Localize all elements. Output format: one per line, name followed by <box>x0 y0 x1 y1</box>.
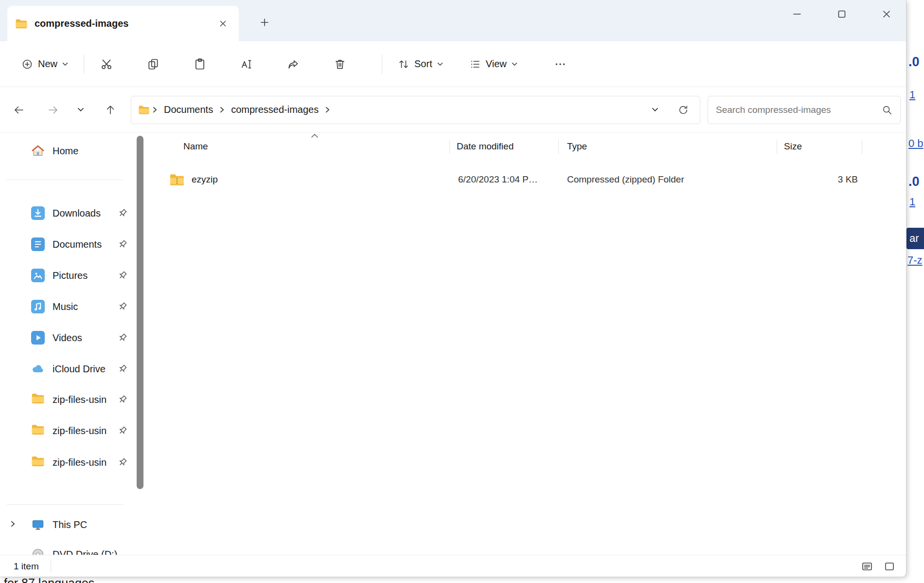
sidebar-item-label: iCloud Drive <box>53 364 106 375</box>
details-view-button[interactable] <box>858 558 876 575</box>
back-button[interactable] <box>8 99 30 121</box>
status-bar: 1 item <box>0 555 906 577</box>
breadcrumb[interactable]: Documents compressed-images <box>131 96 700 124</box>
search-box <box>708 96 901 124</box>
cut-button[interactable] <box>93 51 120 78</box>
column-divider[interactable] <box>449 140 450 154</box>
downloads-icon <box>31 206 45 220</box>
share-button[interactable] <box>280 51 307 78</box>
content-area: Home Downloads Documents <box>0 133 906 555</box>
arrow-right-icon <box>47 104 59 116</box>
bg-fragment-link[interactable]: 7-z <box>907 254 923 267</box>
tab-close-button[interactable] <box>214 16 231 32</box>
folder-icon <box>138 105 150 115</box>
refresh-icon <box>678 105 689 115</box>
plus-circle-icon <box>21 58 33 70</box>
bg-fragment-link[interactable]: 0 b <box>908 137 924 150</box>
tab-title: compressed-images <box>35 18 214 29</box>
column-header-type[interactable]: Type <box>567 133 587 160</box>
videos-icon <box>31 331 45 345</box>
sidebar-item-label: Home <box>53 146 78 157</box>
documents-icon <box>31 237 45 251</box>
arrow-left-icon <box>13 104 25 116</box>
sidebar-item-zip-files-1[interactable]: zip-files-usin <box>2 384 134 415</box>
share-icon <box>287 58 300 71</box>
column-divider[interactable] <box>558 140 559 154</box>
sidebar-item-music[interactable]: Music <box>2 291 134 322</box>
new-button[interactable]: New <box>15 51 75 78</box>
sidebar-item-videos[interactable]: Videos <box>2 322 134 353</box>
delete-button[interactable] <box>326 51 354 78</box>
new-button-label: New <box>38 58 57 70</box>
new-tab-button[interactable] <box>255 13 274 32</box>
sidebar-item-label: Pictures <box>53 270 88 281</box>
bg-fragment-button[interactable]: ar <box>906 228 924 249</box>
sidebar-item-label: This PC <box>53 519 87 530</box>
minimize-button[interactable] <box>782 0 813 28</box>
sidebar-divider <box>7 504 124 505</box>
sidebar-item-zip-files-2[interactable]: zip-files-usin <box>2 415 134 446</box>
sidebar-item-this-pc[interactable]: This PC <box>2 509 134 540</box>
pin-icon <box>118 457 127 467</box>
tab-compressed-images[interactable]: compressed-images <box>7 6 239 41</box>
sidebar-item-zip-files-3[interactable]: zip-files-usin <box>2 447 134 478</box>
file-size: 3 KB <box>784 164 858 195</box>
bg-fragment: .0 <box>908 174 920 189</box>
close-window-button[interactable] <box>871 0 902 28</box>
sidebar-item-dvd-drive[interactable]: DVD Drive (D:) <box>2 539 134 555</box>
file-type: Compressed (zipped) Folder <box>567 164 684 195</box>
chevron-right-icon <box>325 107 330 113</box>
large-icons-view-button[interactable] <box>881 558 898 575</box>
file-name: ezyzip <box>192 164 218 195</box>
paste-button[interactable] <box>186 51 213 78</box>
chevron-right-icon[interactable] <box>11 521 15 527</box>
cloud-icon <box>31 362 45 376</box>
pin-icon <box>118 364 127 374</box>
folder-icon <box>31 393 45 406</box>
copy-button[interactable] <box>140 51 167 78</box>
pin-icon <box>118 426 127 436</box>
more-options-button[interactable] <box>547 51 574 78</box>
file-explorer-window: compressed-images <box>0 0 906 577</box>
address-dropdown-button[interactable] <box>645 100 665 120</box>
chevron-down-icon <box>62 62 68 66</box>
column-divider[interactable] <box>777 140 777 154</box>
pin-icon <box>118 395 127 404</box>
refresh-button[interactable] <box>674 100 693 120</box>
file-row-ezyzip[interactable]: ezyzip 6/20/2023 1:04 P… Compressed (zip… <box>144 164 893 195</box>
folder-icon <box>15 18 28 29</box>
view-button[interactable]: View <box>462 51 524 78</box>
sidebar-item-downloads[interactable]: Downloads <box>2 198 134 229</box>
sort-button-label: Sort <box>414 58 432 70</box>
chevron-right-icon <box>153 107 157 113</box>
sidebar-scrollbar[interactable] <box>137 136 143 489</box>
column-divider[interactable] <box>862 140 862 154</box>
search-input[interactable] <box>716 105 882 115</box>
folder-icon <box>31 455 45 469</box>
sidebar-item-label: Videos <box>53 332 82 344</box>
forward-button[interactable] <box>42 99 64 121</box>
rename-button[interactable] <box>233 51 260 78</box>
sidebar-item-pictures[interactable]: Pictures <box>2 260 134 291</box>
chevron-down-icon <box>512 62 517 66</box>
maximize-button[interactable] <box>826 0 857 28</box>
item-count: 1 item <box>14 561 39 572</box>
arrow-up-icon <box>105 104 116 116</box>
bg-fragment-link[interactable]: 1 <box>909 196 915 208</box>
sidebar-item-home[interactable]: Home <box>2 135 134 166</box>
sidebar-item-documents[interactable]: Documents <box>2 229 134 260</box>
breadcrumb-documents[interactable]: Documents <box>160 102 217 117</box>
column-header-name[interactable]: Name <box>183 133 208 160</box>
chevron-right-icon <box>220 107 224 113</box>
recent-locations-button[interactable] <box>72 99 89 121</box>
sidebar-item-icloud-drive[interactable]: iCloud Drive <box>2 353 134 384</box>
up-button[interactable] <box>99 99 122 121</box>
column-header-size[interactable]: Size <box>784 133 802 160</box>
search-icon <box>882 105 892 115</box>
sort-button[interactable]: Sort <box>391 51 450 78</box>
breadcrumb-compressed-images[interactable]: compressed-images <box>227 102 322 117</box>
sidebar-item-label: zip-files-usin <box>53 425 107 437</box>
bg-fragment-link[interactable]: 1 <box>909 89 915 101</box>
ellipsis-icon <box>554 58 567 71</box>
column-header-date-modified[interactable]: Date modified <box>457 133 514 160</box>
